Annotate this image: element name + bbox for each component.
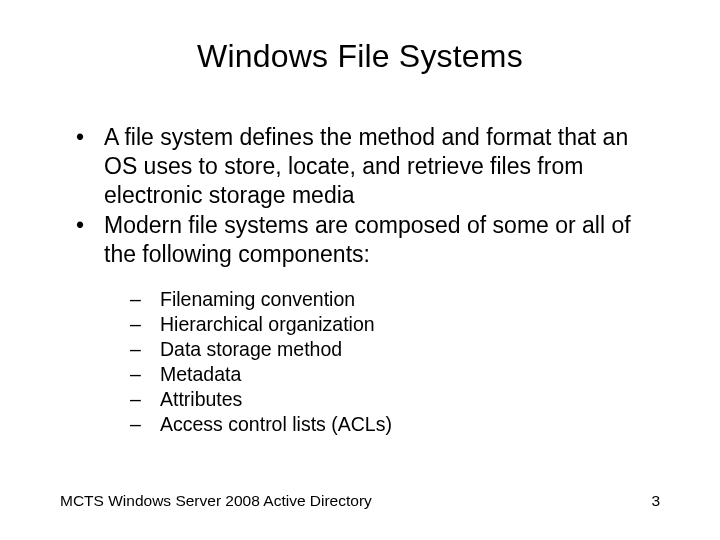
sub-item: – Hierarchical organization bbox=[130, 312, 660, 337]
slide: Windows File Systems • A file system def… bbox=[0, 0, 720, 540]
slide-footer: MCTS Windows Server 2008 Active Director… bbox=[60, 492, 660, 510]
bullet-item: • A file system defines the method and f… bbox=[76, 123, 660, 209]
slide-title: Windows File Systems bbox=[60, 38, 660, 75]
sub-item: – Access control lists (ACLs) bbox=[130, 412, 660, 437]
sub-text: Filenaming convention bbox=[160, 287, 355, 312]
footer-text: MCTS Windows Server 2008 Active Director… bbox=[60, 492, 372, 510]
sub-list: – Filenaming convention – Hierarchical o… bbox=[130, 287, 660, 437]
dash-icon: – bbox=[130, 312, 160, 337]
sub-text: Metadata bbox=[160, 362, 241, 387]
sub-item: – Attributes bbox=[130, 387, 660, 412]
sub-text: Attributes bbox=[160, 387, 242, 412]
bullet-item: • Modern file systems are composed of so… bbox=[76, 211, 660, 269]
bullet-list: • A file system defines the method and f… bbox=[76, 123, 660, 269]
sub-text: Hierarchical organization bbox=[160, 312, 375, 337]
bullet-icon: • bbox=[76, 123, 104, 209]
sub-item: – Metadata bbox=[130, 362, 660, 387]
sub-item: – Data storage method bbox=[130, 337, 660, 362]
sub-item: – Filenaming convention bbox=[130, 287, 660, 312]
bullet-text: Modern file systems are composed of some… bbox=[104, 211, 660, 269]
slide-number: 3 bbox=[651, 492, 660, 510]
bullet-icon: • bbox=[76, 211, 104, 269]
dash-icon: – bbox=[130, 362, 160, 387]
dash-icon: – bbox=[130, 412, 160, 437]
bullet-text: A file system defines the method and for… bbox=[104, 123, 660, 209]
sub-text: Data storage method bbox=[160, 337, 342, 362]
dash-icon: – bbox=[130, 287, 160, 312]
slide-content: • A file system defines the method and f… bbox=[60, 123, 660, 436]
sub-text: Access control lists (ACLs) bbox=[160, 412, 392, 437]
dash-icon: – bbox=[130, 337, 160, 362]
dash-icon: – bbox=[130, 387, 160, 412]
